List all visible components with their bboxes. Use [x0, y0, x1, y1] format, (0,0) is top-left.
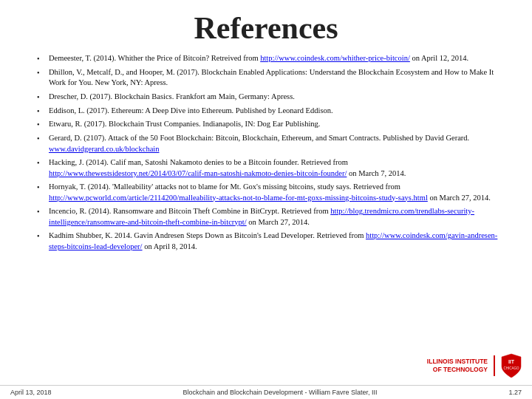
- bullet-icon: •: [37, 119, 49, 130]
- bullet-icon: •: [37, 53, 49, 64]
- page: References •Demeester, T. (2014). Whithe…: [0, 0, 532, 399]
- bullet-icon: •: [37, 231, 49, 242]
- reference-link[interactable]: http://blog.trendmicro.com/trendlabs-sec…: [49, 207, 474, 225]
- reference-text: Incencio, R. (2014). Ransomware and Bitc…: [49, 206, 502, 228]
- footer-center-text: Blockchain and Blockchain Development - …: [183, 389, 377, 396]
- bullet-icon: •: [37, 182, 49, 193]
- bullet-icon: •: [37, 92, 49, 103]
- bullet-icon: •: [37, 157, 49, 168]
- list-item: •Drescher, D. (2017). Blockchain Basics.…: [37, 92, 502, 103]
- reference-text: Hacking, J. (2014). Calif man, Satoshi N…: [49, 157, 502, 179]
- reference-text: Kadhim Shubber, K. 2014. Gavin Andresen …: [49, 231, 502, 252]
- reference-link[interactable]: http://www.pcworld.com/article/2114200/m…: [49, 194, 428, 202]
- reference-link[interactable]: http://www.coindesk.com/gavin-andresen-s…: [49, 231, 497, 250]
- bullet-icon: •: [37, 206, 49, 217]
- reference-text: Dhillon, V., Metcalf, D., and Hooper, M.…: [49, 67, 502, 89]
- bullet-icon: •: [37, 133, 49, 144]
- reference-text: Eddison, L. (2017). Ethereum: A Deep Div…: [49, 106, 502, 116]
- reference-link[interactable]: www.davidgerard.co.uk/blockchain: [49, 145, 159, 153]
- list-item: •Hornyak, T. (2014). 'Malleability' atta…: [37, 182, 502, 203]
- footer-page-number: 1.27: [508, 389, 522, 396]
- bullet-icon: •: [37, 67, 49, 78]
- iit-divider: [494, 355, 495, 376]
- list-item: •Dhillon, V., Metcalf, D., and Hooper, M…: [37, 67, 502, 89]
- reference-link[interactable]: http://www.coindesk.com/whither-price-bi…: [260, 54, 410, 62]
- footer-date: April 13, 2018: [10, 389, 52, 396]
- iit-shield-icon: IIT CHICAGO: [501, 353, 522, 378]
- footer: April 13, 2018 Blockchain and Blockchain…: [0, 385, 532, 399]
- list-item: •Etwaru, R. (2017). Blockchain Trust Com…: [37, 119, 502, 130]
- list-item: •Gerard, D. (2107). Attack of the 50 Foo…: [37, 133, 502, 154]
- reference-text: Gerard, D. (2107). Attack of the 50 Foot…: [49, 133, 502, 154]
- iit-logo-container: ILLINOIS INSTITUTE OF TECHNOLOGY IIT CHI…: [427, 353, 522, 378]
- reference-text: Etwaru, R. (2017). Blockchain Trust Comp…: [49, 119, 502, 129]
- page-title: References: [30, 0, 502, 53]
- list-item: •Demeester, T. (2014). Whither the Price…: [37, 53, 502, 64]
- svg-text:CHICAGO: CHICAGO: [503, 366, 519, 370]
- reference-text: Demeester, T. (2014). Whither the Price …: [49, 53, 502, 64]
- list-item: •Hacking, J. (2014). Calif man, Satoshi …: [37, 157, 502, 179]
- reference-link[interactable]: http://www.thewestsidestory.net/2014/03/…: [49, 169, 347, 177]
- reference-text: Hornyak, T. (2014). 'Malleability' attac…: [49, 182, 502, 203]
- bullet-icon: •: [37, 106, 49, 117]
- list-item: •Kadhim Shubber, K. 2014. Gavin Andresen…: [37, 231, 502, 252]
- svg-text:IIT: IIT: [508, 359, 515, 364]
- iit-text: ILLINOIS INSTITUTE OF TECHNOLOGY: [427, 358, 488, 374]
- list-item: •Incencio, R. (2014). Ransomware and Bit…: [37, 206, 502, 228]
- list-item: •Eddison, L. (2017). Ethereum: A Deep Di…: [37, 106, 502, 117]
- references-list: •Demeester, T. (2014). Whither the Price…: [37, 53, 502, 252]
- reference-text: Drescher, D. (2017). Blockchain Basics. …: [49, 92, 502, 102]
